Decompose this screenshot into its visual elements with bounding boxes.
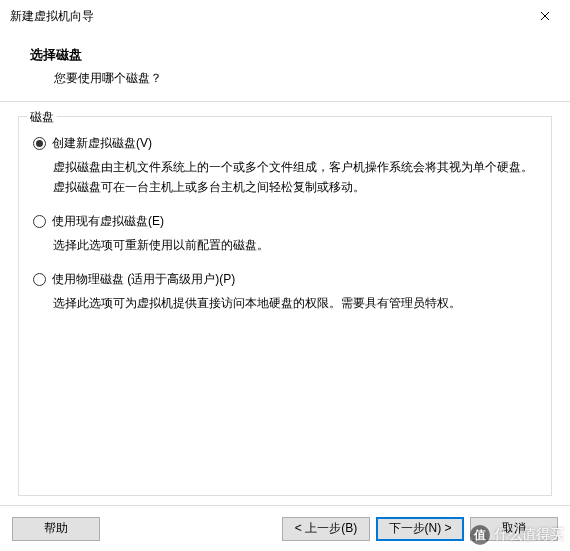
back-button[interactable]: < 上一步(B) <box>282 517 370 541</box>
radio-row[interactable]: 使用现有虚拟磁盘(E) <box>33 211 537 231</box>
next-button[interactable]: 下一步(N) > <box>376 517 464 541</box>
wizard-header: 选择磁盘 您要使用哪个磁盘？ <box>0 32 570 102</box>
help-button[interactable]: 帮助 <box>12 517 100 541</box>
close-button[interactable] <box>522 0 568 32</box>
page-title: 选择磁盘 <box>30 46 540 64</box>
page-subtitle: 您要使用哪个磁盘？ <box>54 70 540 87</box>
radio-row[interactable]: 创建新虚拟磁盘(V) <box>33 133 537 153</box>
wizard-footer: 帮助 < 上一步(B) 下一步(N) > 取消 值 什么值得买 <box>0 505 570 551</box>
cancel-button[interactable]: 取消 <box>470 517 558 541</box>
radio-label: 使用物理磁盘 (适用于高级用户)(P) <box>52 269 235 289</box>
radio-icon <box>33 215 46 228</box>
radio-description: 选择此选项可重新使用以前配置的磁盘。 <box>53 235 537 255</box>
option-use-physical-disk: 使用物理磁盘 (适用于高级用户)(P) 选择此选项可为虚拟机提供直接访问本地硬盘… <box>33 269 537 313</box>
radio-icon <box>33 273 46 286</box>
radio-label: 创建新虚拟磁盘(V) <box>52 133 152 153</box>
radio-description: 选择此选项可为虚拟机提供直接访问本地硬盘的权限。需要具有管理员特权。 <box>53 293 537 313</box>
window-title: 新建虚拟机向导 <box>10 8 522 25</box>
disk-groupbox: 磁盘 创建新虚拟磁盘(V) 虚拟磁盘由主机文件系统上的一个或多个文件组成，客户机… <box>18 116 552 496</box>
option-use-existing-disk: 使用现有虚拟磁盘(E) 选择此选项可重新使用以前配置的磁盘。 <box>33 211 537 255</box>
radio-description: 虚拟磁盘由主机文件系统上的一个或多个文件组成，客户机操作系统会将其视为单个硬盘。… <box>53 157 537 197</box>
radio-icon <box>33 137 46 150</box>
wizard-window: 新建虚拟机向导 选择磁盘 您要使用哪个磁盘？ 磁盘 创建新虚拟磁盘(V) 虚拟磁… <box>0 0 570 551</box>
radio-row[interactable]: 使用物理磁盘 (适用于高级用户)(P) <box>33 269 537 289</box>
titlebar: 新建虚拟机向导 <box>0 0 570 32</box>
groupbox-legend: 磁盘 <box>27 109 57 126</box>
radio-label: 使用现有虚拟磁盘(E) <box>52 211 164 231</box>
wizard-content: 磁盘 创建新虚拟磁盘(V) 虚拟磁盘由主机文件系统上的一个或多个文件组成，客户机… <box>0 102 570 505</box>
close-icon <box>540 11 550 21</box>
option-create-new-disk: 创建新虚拟磁盘(V) 虚拟磁盘由主机文件系统上的一个或多个文件组成，客户机操作系… <box>33 133 537 197</box>
